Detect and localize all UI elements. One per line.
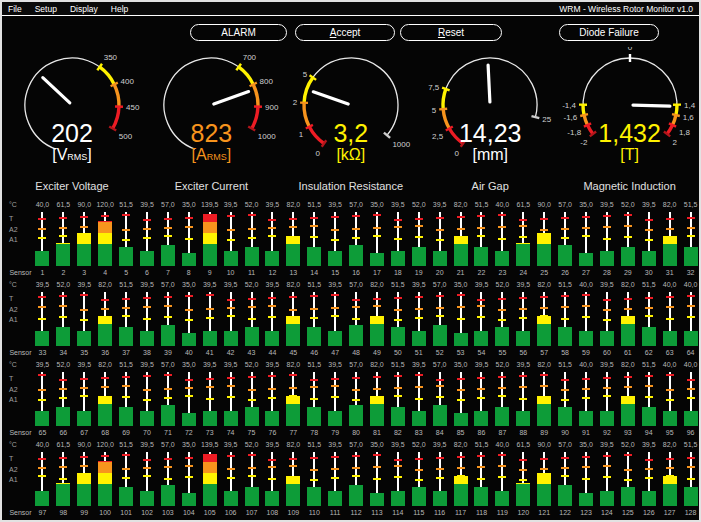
alarm-button[interactable]: ALARM [190,24,287,41]
threshold-tick-t [101,299,109,301]
gauge-tick [532,116,540,118]
threshold-tick-a2 [436,229,444,231]
threshold-tick-t [498,214,506,216]
sensor-column [32,451,53,506]
gauge-unit: [mm] [420,146,560,164]
sensor-column [178,211,199,266]
bar-segment [370,396,384,404]
threshold-tick-a2 [561,467,569,469]
gauge-tick [580,114,588,116]
bar-segment [203,411,217,426]
sensor-bar [579,331,593,346]
threshold-tick-a2 [436,307,444,309]
wrm-window: File Setup Display Help WRM - Wireless R… [0,0,701,522]
gauge-title: Magnetic Induction [550,180,701,192]
sensor-bar [600,251,614,266]
bar-segment [579,253,593,266]
threshold-label-a2: A2 [9,306,18,313]
sensor-number: 50 [387,348,408,357]
sensor-temp: 39,5 [408,360,429,369]
sensor-column [492,211,513,266]
sensor-column [471,451,492,506]
sensor-temp: 82,0 [367,280,388,289]
threshold-tick-a2 [310,225,318,227]
threshold-tick-a1 [268,316,276,318]
sensor-column [680,451,701,506]
threshold-tick-a1 [394,395,402,397]
threshold-tick-a1 [80,395,88,397]
threshold-tick-t [519,375,527,377]
threshold-tick-a1 [645,477,653,479]
sensor-column [450,211,471,266]
sensor-number: 101 [116,508,137,517]
bar-segment [558,485,572,506]
diode-failure-button[interactable]: Diode Failure [559,24,659,41]
threshold-tick-a2 [666,306,674,308]
threshold-tick-a2 [624,225,632,227]
sensor-bar [265,411,279,426]
gauge-title: Insulation Resistance [271,180,431,192]
bar-segment [516,331,530,346]
threshold-tick-a2 [185,226,193,228]
threshold-tick-t [436,457,444,459]
sensor-number: 114 [387,508,408,517]
threshold-tick-a2 [498,226,506,228]
sensor-temp: 51,5 [680,440,701,449]
sensor-number: 56 [513,348,534,357]
threshold-tick-a2 [122,385,130,387]
accept-button[interactable]: Accept [295,24,395,41]
menu-help[interactable]: Help [111,4,128,14]
sensor-number: 67 [74,428,95,437]
bar-segment [474,247,488,266]
sensor-bar [98,316,112,346]
sensor-bar [474,331,488,346]
bar-segment [328,411,342,426]
sensor-column [659,371,680,426]
sensor-number: 17 [367,268,388,277]
sensor-number: 29 [617,268,638,277]
sensor-column [137,211,158,266]
bar-segment [286,236,300,244]
sensor-bar [286,236,300,266]
threshold-tick-a2 [122,468,130,470]
sensor-temp: 39,5 [74,280,95,289]
threshold-tick-a2 [268,227,276,229]
threshold-tick-t [289,458,297,460]
bar-segment [77,484,91,506]
sensor-bar [98,221,112,266]
sensor-bar [537,473,551,506]
bar-segment [182,253,196,266]
bar-segment [98,244,112,266]
menu-file[interactable]: File [8,4,22,14]
threshold-tick-t [289,218,297,220]
sensor-column [283,371,304,426]
bar-segment [98,473,112,483]
menu-display[interactable]: Display [70,4,98,14]
threshold-tick-a2 [38,228,46,230]
sensor-number: 35 [74,348,95,357]
sensor-column [367,371,388,426]
sensor-bar [224,331,238,346]
bar-segment [35,411,49,426]
sensor-number: 26 [555,268,576,277]
sensor-bar [328,331,342,346]
threshold-tick-t [373,376,381,378]
bar-segment [600,331,614,346]
threshold-tick-t [248,454,256,456]
threshold-tick-a2 [80,226,88,228]
sensor-bar [558,327,572,346]
threshold-labels: TA2A1 [2,451,32,506]
sensor-column [95,291,116,346]
threshold-tick-a2 [352,306,360,308]
threshold-tick-a2 [519,225,527,227]
menu-setup[interactable]: Setup [35,4,57,14]
threshold-tick-t [206,378,214,380]
threshold-tick-a1 [227,477,235,479]
gauge-value: 3,2 [281,119,421,148]
sensor-number: 78 [304,428,325,437]
threshold-tick-a1 [331,239,339,241]
bar-segment [265,491,279,506]
reset-button[interactable]: Reset [400,24,502,41]
sensor-temp: 39,5 [429,440,450,449]
threshold-tick-a1 [582,316,590,318]
